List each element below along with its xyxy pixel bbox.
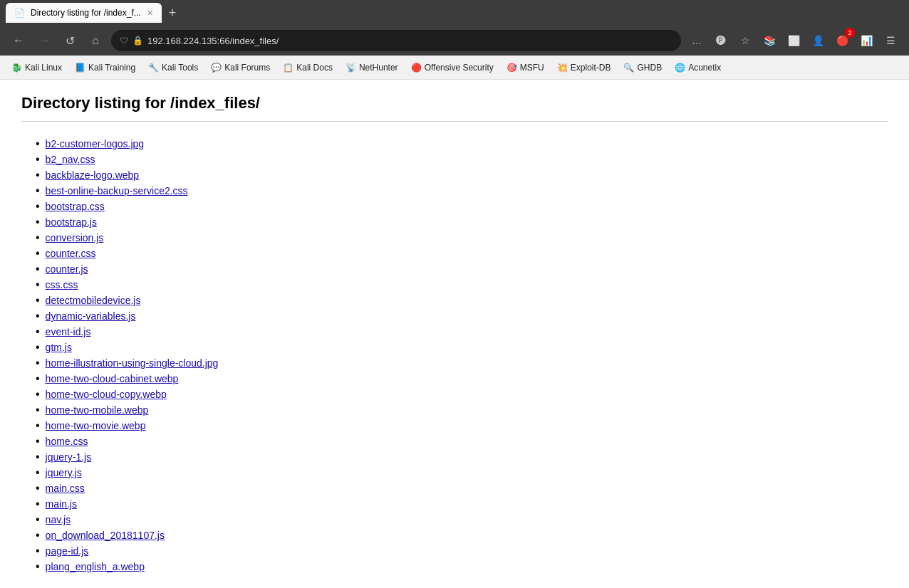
pocket-button[interactable]: 🅟 <box>711 31 731 51</box>
notification-badge: 2 <box>845 28 855 38</box>
file-link-14[interactable]: home-illustration-using-single-cloud.jpg <box>46 357 219 369</box>
bookmark-nethunter[interactable]: 📡NetHunter <box>340 61 404 75</box>
bookmark-favicon-ghdb: 🔍 <box>623 63 634 73</box>
file-list: b2-customer-logos.jpgb2_nav.cssbackblaze… <box>21 136 888 574</box>
file-link-16[interactable]: home-two-cloud-copy.webp <box>46 389 167 400</box>
list-item: main.js <box>36 496 888 512</box>
bookmark-ghdb[interactable]: 🔍GHDB <box>618 61 668 75</box>
list-item: main.css <box>36 481 888 496</box>
bookmark-acunetix[interactable]: 🌐Acunetix <box>669 61 727 75</box>
tab-close-button[interactable]: ✕ <box>147 9 153 18</box>
file-link-25[interactable]: on_download_20181107.js <box>46 530 165 541</box>
bookmarks-bar: 🐉Kali Linux📘Kali Training🔧Kali Tools💬Kal… <box>0 56 909 80</box>
list-item: on_download_20181107.js <box>36 527 888 543</box>
forward-button[interactable]: → <box>34 31 54 51</box>
list-item: backblaze-logo.webp <box>36 167 888 183</box>
file-link-19[interactable]: home.css <box>46 436 88 447</box>
file-link-23[interactable]: main.js <box>46 498 77 510</box>
active-tab[interactable]: 📄 Directory listing for /index_f... ✕ <box>6 3 162 23</box>
bookmark-favicon-acunetix: 🌐 <box>675 63 685 73</box>
page-content: Directory listing for /index_files/ b2-c… <box>0 80 909 588</box>
bookmark-label-exploit-db: Exploit-DB <box>571 63 611 73</box>
file-link-24[interactable]: nav.js <box>46 514 71 525</box>
tab-title: Directory listing for /index_f... <box>31 8 141 18</box>
file-link-5[interactable]: bootstrap.js <box>46 216 97 228</box>
bookmark-label-offensive-security: Offensive Security <box>425 63 494 73</box>
file-link-26[interactable]: page-id.js <box>46 545 89 557</box>
menu-button[interactable]: ☰ <box>881 31 900 51</box>
list-item: home-two-cloud-copy.webp <box>36 387 888 402</box>
bookmark-offensive-security[interactable]: 🔴Offensive Security <box>405 61 499 75</box>
file-link-15[interactable]: home-two-cloud-cabinet.webp <box>46 373 179 384</box>
file-link-6[interactable]: conversion.js <box>46 232 104 243</box>
file-link-13[interactable]: gtm.js <box>46 342 72 353</box>
bookmark-kali-tools[interactable]: 🔧Kali Tools <box>142 61 204 75</box>
file-link-4[interactable]: bootstrap.css <box>46 201 105 212</box>
list-item: home-two-movie.webp <box>36 418 888 434</box>
list-item: event-id.js <box>36 324 888 340</box>
list-item: css.css <box>36 277 888 293</box>
library-button[interactable]: 📚 <box>759 31 779 51</box>
bookmark-exploit-db[interactable]: 💥Exploit-DB <box>551 61 617 75</box>
list-item: detectmobiledevice.js <box>36 293 888 308</box>
sidebar-toggle-button[interactable]: ⬜ <box>784 31 804 51</box>
file-link-7[interactable]: counter.css <box>46 248 96 259</box>
bookmark-favicon-msfu: 🎯 <box>507 63 517 73</box>
file-link-21[interactable]: jquery.js <box>46 467 82 478</box>
file-link-8[interactable]: counter.js <box>46 263 88 275</box>
list-item: home-two-mobile.webp <box>36 402 888 418</box>
list-item: page-id.js <box>36 543 888 559</box>
bookmark-label-kali-tools: Kali Tools <box>162 63 198 73</box>
url-text: 192.168.224.135:66/index_files/ <box>147 36 279 46</box>
file-link-18[interactable]: home-two-movie.webp <box>46 420 146 431</box>
bookmark-favicon-kali-tools: 🔧 <box>148 63 159 73</box>
bookmark-kali-forums[interactable]: 💬Kali Forums <box>205 61 276 75</box>
back-button[interactable]: ← <box>9 31 28 51</box>
file-link-10[interactable]: detectmobiledevice.js <box>46 295 141 306</box>
file-link-2[interactable]: backblaze-logo.webp <box>46 169 140 181</box>
tab-bar: 📄 Directory listing for /index_f... ✕ + <box>0 0 909 26</box>
file-link-3[interactable]: best-online-backup-service2.css <box>46 185 188 196</box>
list-item: conversion.js <box>36 230 888 246</box>
reload-button[interactable]: ↺ <box>60 31 80 51</box>
security-shield-icon: 🛡 <box>120 36 128 46</box>
file-link-9[interactable]: css.css <box>46 279 78 290</box>
list-item: nav.js <box>36 512 888 527</box>
list-item: bootstrap.css <box>36 199 888 214</box>
bookmark-star-button[interactable]: ☆ <box>735 31 755 51</box>
list-item: bootstrap.js <box>36 214 888 230</box>
bookmark-favicon-nethunter: 📡 <box>346 63 356 73</box>
file-link-22[interactable]: main.css <box>46 483 85 494</box>
file-link-0[interactable]: b2-customer-logos.jpg <box>46 138 145 149</box>
file-link-12[interactable]: event-id.js <box>46 326 91 337</box>
file-link-11[interactable]: dynamic-variables.js <box>46 310 136 322</box>
new-tab-button[interactable]: + <box>165 4 181 22</box>
bookmark-kali-docs[interactable]: 📋Kali Docs <box>277 61 338 75</box>
list-item: plang_english_a.webp <box>36 559 888 574</box>
file-link-20[interactable]: jquery-1.js <box>46 451 92 463</box>
bookmark-label-acunetix: Acunetix <box>688 63 721 73</box>
bookmark-favicon-offensive-security: 🔴 <box>411 63 422 73</box>
profile-button[interactable]: 👤 <box>808 31 828 51</box>
bookmark-label-msfu: MSFU <box>520 63 544 73</box>
extension2-button[interactable]: 📊 <box>856 31 876 51</box>
url-bar[interactable]: 🛡 🔒 192.168.224.135:66/index_files/ <box>111 30 681 51</box>
list-item: home-illustration-using-single-cloud.jpg <box>36 355 888 371</box>
file-link-1[interactable]: b2_nav.css <box>46 154 95 165</box>
file-link-27[interactable]: plang_english_a.webp <box>46 561 145 572</box>
bookmark-kali-linux[interactable]: 🐉Kali Linux <box>6 61 68 75</box>
bookmark-kali-training[interactable]: 📘Kali Training <box>69 61 141 75</box>
list-item: home-two-cloud-cabinet.webp <box>36 371 888 387</box>
list-item: counter.css <box>36 246 888 261</box>
home-button[interactable]: ⌂ <box>85 31 105 51</box>
bookmark-favicon-exploit-db: 💥 <box>557 63 568 73</box>
more-button[interactable]: … <box>687 31 707 51</box>
address-bar: ← → ↺ ⌂ 🛡 🔒 192.168.224.135:66/index_fil… <box>0 26 909 56</box>
bookmark-msfu[interactable]: 🎯MSFU <box>501 61 550 75</box>
list-item: b2-customer-logos.jpg <box>36 136 888 152</box>
file-link-17[interactable]: home-two-mobile.webp <box>46 404 149 416</box>
bookmark-favicon-kali-linux: 🐉 <box>11 63 22 73</box>
extension-wrapper: 🔴 2 <box>832 31 852 51</box>
bookmark-favicon-kali-forums: 💬 <box>211 63 222 73</box>
list-item: best-online-backup-service2.css <box>36 183 888 199</box>
